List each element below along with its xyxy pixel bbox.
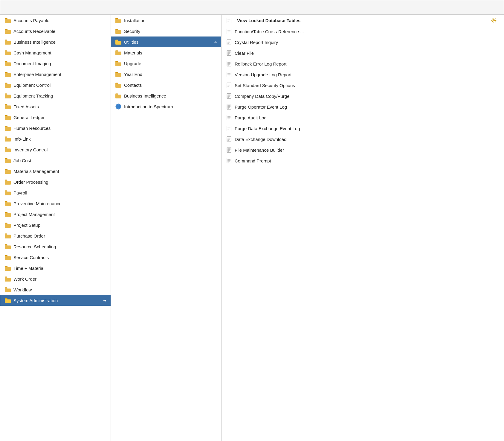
col2-item-0[interactable]: Installation [111, 15, 221, 26]
folder-icon [4, 211, 11, 218]
columns-container: Accounts Payable Accounts Receivable Bus… [0, 15, 504, 441]
item-label: Purge Audit Log [235, 115, 500, 120]
col3-item-2[interactable]: Clear File [222, 48, 504, 58]
item-label: Cash Management [13, 50, 106, 55]
item-label: Company Data Copy/Purge [235, 94, 500, 99]
col2-item-2[interactable]: Utilities➜ [111, 37, 221, 47]
folder-icon [4, 60, 11, 67]
svg-rect-46 [227, 104, 231, 110]
item-label: Job Cost [13, 158, 106, 163]
column-3: View Locked Database Tables Function/Tab… [222, 15, 504, 441]
col1-item-23[interactable]: Time + Material [0, 263, 111, 273]
col3-item-0[interactable]: Function/Table Cross-Reference ... [222, 26, 504, 37]
item-label: Year End [124, 72, 217, 77]
item-label: Security [124, 29, 217, 34]
folder-icon [4, 28, 11, 34]
item-label: Purge Data Exchange Event Log [235, 126, 500, 131]
svg-rect-16 [227, 40, 231, 45]
col3-item-3[interactable]: Rollback Error Log Report [222, 58, 504, 69]
item-label: Enterprise Management [13, 72, 106, 77]
col1-item-16[interactable]: Payroll [0, 187, 111, 198]
svg-rect-26 [227, 61, 231, 66]
col1-item-9[interactable]: General Ledger [0, 112, 111, 123]
folder-icon [4, 157, 11, 164]
col3-item-12[interactable]: Command Prompt [222, 155, 504, 166]
item-label: Installation [124, 18, 217, 23]
col3-item-4[interactable]: Version Upgrade Log Report [222, 69, 504, 80]
col1-item-0[interactable]: Accounts Payable [0, 15, 111, 26]
doc-icon [226, 50, 232, 56]
col2-item-5[interactable]: Year End [111, 69, 221, 80]
folder-icon [4, 92, 11, 99]
folder-icon [115, 82, 122, 88]
folder-icon [115, 28, 122, 34]
item-label: Payroll [13, 190, 106, 195]
col3-header[interactable]: View Locked Database Tables [222, 15, 504, 26]
col1-item-3[interactable]: Cash Management [0, 47, 111, 58]
item-label: Version Upgrade Log Report [235, 72, 500, 77]
col1-item-7[interactable]: Equipment Tracking [0, 90, 111, 101]
col1-item-11[interactable]: Info-Link [0, 133, 111, 144]
doc-icon [226, 28, 232, 35]
globe-icon [115, 103, 122, 110]
doc-icon [226, 136, 232, 142]
folder-icon [4, 254, 11, 261]
col1-item-12[interactable]: Inventory Control [0, 144, 111, 155]
col1-item-25[interactable]: Workflow [0, 284, 111, 295]
col1-item-21[interactable]: Resource Scheduling [0, 241, 111, 252]
col1-item-13[interactable]: Job Cost [0, 155, 111, 166]
svg-rect-36 [227, 83, 231, 88]
doc-icon [226, 17, 232, 24]
item-label: Upgrade [124, 61, 217, 66]
app-window: Accounts Payable Accounts Receivable Bus… [0, 0, 504, 441]
doc-icon [226, 157, 232, 164]
item-label: Work Order [13, 276, 106, 282]
col2-item-3[interactable]: Materials [111, 47, 221, 58]
col3-item-10[interactable]: Data Exchange Download [222, 134, 504, 145]
folder-icon [4, 103, 11, 110]
svg-rect-41 [227, 94, 231, 99]
col1-item-22[interactable]: Service Contracts [0, 252, 111, 263]
col1-item-17[interactable]: Preventive Maintenance [0, 198, 111, 209]
col2-item-6[interactable]: Contacts [111, 80, 221, 90]
col3-item-5[interactable]: Set Standard Security Options [222, 80, 504, 91]
doc-icon [226, 39, 232, 45]
col2-item-7[interactable]: Business Intelligence [111, 90, 221, 101]
col1-item-18[interactable]: Project Management [0, 209, 111, 220]
svg-rect-21 [227, 51, 231, 56]
folder-icon [4, 82, 11, 88]
col3-item-1[interactable]: Crystal Report Inquiry [222, 37, 504, 48]
col1-item-14[interactable]: Materials Management [0, 166, 111, 177]
col1-item-10[interactable]: Human Resources [0, 123, 111, 133]
col1-item-5[interactable]: Enterprise Management [0, 69, 111, 80]
col3-item-9[interactable]: Purge Data Exchange Event Log [222, 123, 504, 134]
col2-item-8[interactable]: Introduction to Spectrum [111, 101, 221, 112]
svg-rect-61 [227, 137, 231, 142]
arrow-icon: ➜ [214, 40, 217, 44]
col1-item-24[interactable]: Work Order [0, 273, 111, 284]
folder-icon [4, 179, 11, 185]
col1-item-26[interactable]: System Administration➜ [0, 295, 111, 306]
col3-item-7[interactable]: Purge Operator Event Log [222, 101, 504, 112]
item-label: Introduction to Spectrum [124, 104, 217, 109]
col3-item-11[interactable]: File Maintenance Builder [222, 145, 504, 155]
col1-item-8[interactable]: Fixed Assets [0, 101, 111, 112]
col1-item-20[interactable]: Purchase Order [0, 230, 111, 241]
settings-icon[interactable] [491, 17, 497, 24]
col3-item-8[interactable]: Purge Audit Log [222, 112, 504, 123]
doc-icon [226, 60, 232, 67]
col1-item-6[interactable]: Equipment Control [0, 80, 111, 90]
col1-item-2[interactable]: Business Intelligence [0, 37, 111, 47]
col1-item-15[interactable]: Order Processing [0, 177, 111, 187]
svg-rect-51 [227, 115, 231, 120]
item-label: Resource Scheduling [13, 244, 106, 249]
col1-item-4[interactable]: Document Imaging [0, 58, 111, 69]
doc-icon [226, 147, 232, 153]
col2-item-1[interactable]: Security [111, 26, 221, 37]
folder-icon [4, 136, 11, 142]
col1-item-1[interactable]: Accounts Receivable [0, 26, 111, 37]
col2-item-4[interactable]: Upgrade [111, 58, 221, 69]
col1-item-19[interactable]: Project Setup [0, 220, 111, 230]
col3-item-6[interactable]: Company Data Copy/Purge [222, 91, 504, 101]
svg-point-10 [493, 19, 495, 21]
